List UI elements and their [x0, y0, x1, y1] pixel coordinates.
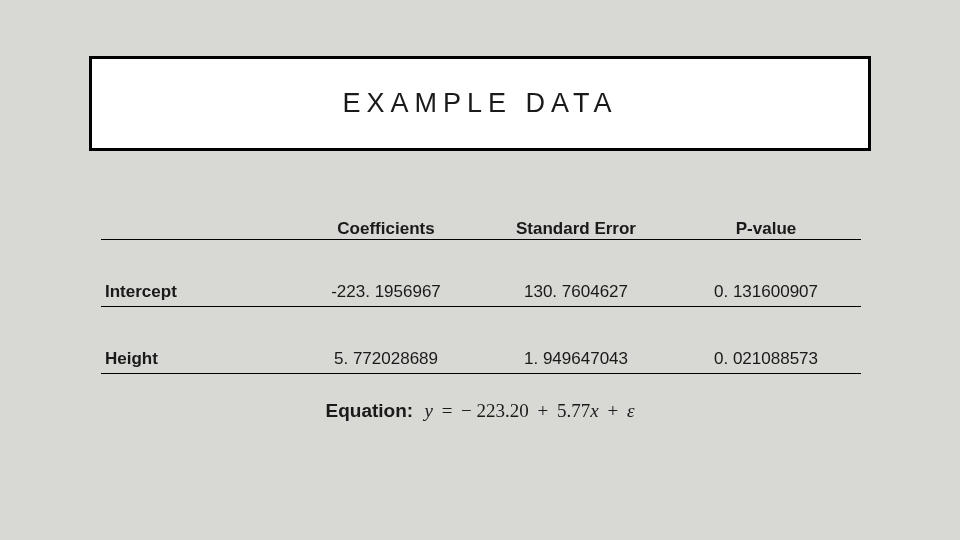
cell-standard-error: 1. 949647043 [481, 307, 671, 374]
row-label: Intercept [101, 240, 291, 307]
header-p-value: P-value [671, 207, 861, 240]
equation-line: Equation: y = − 223.20 + 5.77x + ε [0, 400, 960, 422]
epsilon: ε [627, 400, 635, 421]
row-label: Height [101, 307, 291, 374]
table-header-row: Coefficients Standard Error P-value [101, 207, 861, 240]
title-box: EXAMPLE DATA [89, 56, 871, 151]
table-row: Height 5. 772028689 1. 949647043 0. 0210… [101, 307, 861, 374]
var-y: y [424, 400, 432, 421]
var-x: x [590, 400, 598, 421]
slope-value: 5.77 [557, 400, 590, 421]
table-row: Intercept -223. 1956967 130. 7604627 0. … [101, 240, 861, 307]
header-blank [101, 207, 291, 240]
cell-p-value: 0. 021088573 [671, 307, 861, 374]
page-title: EXAMPLE DATA [342, 88, 617, 119]
equation-label: Equation: [326, 400, 414, 421]
cell-standard-error: 130. 7604627 [481, 240, 671, 307]
cell-coefficients: -223. 1956967 [291, 240, 481, 307]
equals-sign: = [438, 400, 457, 421]
equation-math: y = − 223.20 + 5.77x + ε [418, 400, 634, 421]
header-standard-error: Standard Error [481, 207, 671, 240]
cell-coefficients: 5. 772028689 [291, 307, 481, 374]
cell-p-value: 0. 131600907 [671, 240, 861, 307]
plus-sign: + [603, 400, 622, 421]
plus-sign: + [534, 400, 553, 421]
header-coefficients: Coefficients [291, 207, 481, 240]
coefficients-table: Coefficients Standard Error P-value Inte… [101, 207, 861, 374]
intercept-value: − 223.20 [461, 400, 529, 421]
